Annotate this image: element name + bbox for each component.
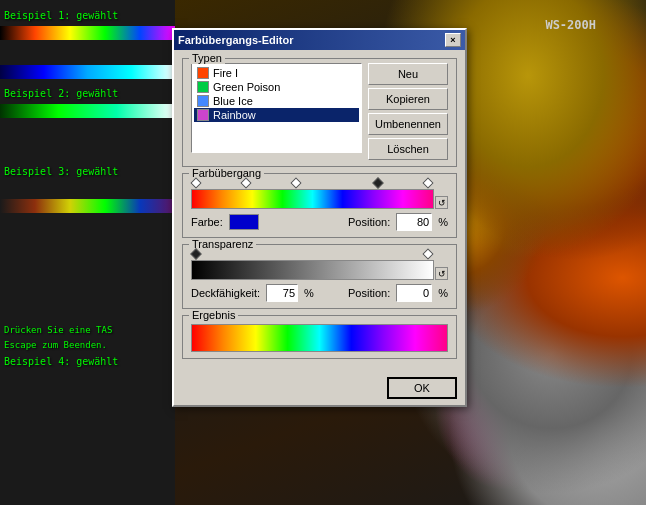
top-marker-4[interactable] [372, 177, 383, 188]
list-item-text-fire: Fire I [213, 67, 238, 79]
loeschen-button[interactable]: Löschen [368, 138, 448, 160]
types-buttons: Neu Kopieren Umbenennen Löschen [368, 63, 448, 160]
ws-label: WS-200H [545, 18, 596, 32]
dialog-window: Farbübergangs-Editor × Typen Fire I Gree… [172, 28, 467, 407]
example-row-1: Beispiel 1: gewählt [0, 5, 175, 43]
example-label-1: Beispiel 1: gewählt [4, 10, 118, 21]
trans-refresh-icon[interactable]: ↺ [435, 267, 448, 280]
example-label-3: Beispiel 3: gewählt [4, 166, 118, 177]
example-bar-4 [0, 199, 175, 213]
list-item-rainbow[interactable]: Rainbow [194, 108, 359, 122]
top-marker-2[interactable] [240, 177, 251, 188]
farbe-position-input[interactable] [396, 213, 432, 231]
list-item-text-blue: Blue Ice [213, 95, 253, 107]
example-bar-1 [0, 26, 175, 40]
ergebnis-bar [191, 324, 448, 352]
refresh-icon[interactable]: ↺ [435, 196, 448, 209]
list-item-text-rainbow: Rainbow [213, 109, 256, 121]
farbuebergang-group: Farbübergang ↺ Farbe: Position: [182, 173, 457, 238]
top-markers [191, 178, 448, 188]
deckfaehigkeit-label: Deckfähigkeit: [191, 287, 260, 299]
typen-label: Typen [189, 52, 225, 64]
example-row-4: Beispiel 4: gewählt [0, 178, 175, 216]
trans-position-label: Position: [348, 287, 390, 299]
trans-position-input[interactable] [396, 284, 432, 302]
example-label-2: Beispiel 2: gewählt [4, 88, 118, 99]
neu-button[interactable]: Neu [368, 63, 448, 85]
farbe-percent: % [438, 216, 448, 228]
trans-wrapper: ↺ [191, 260, 448, 280]
list-item-blue[interactable]: Blue Ice [194, 94, 359, 108]
dialog-title: Farbübergangs-Editor [178, 34, 294, 46]
close-button[interactable]: × [445, 33, 461, 47]
top-marker-5[interactable] [422, 177, 433, 188]
ergebnis-group: Ergebnis [182, 315, 457, 359]
trans-top-markers [191, 249, 448, 259]
farbe-row: Farbe: Position: % [191, 213, 448, 231]
list-item-color-blue [197, 95, 209, 107]
list-item-color-fire [197, 67, 209, 79]
dialog-footer: OK [174, 373, 465, 405]
ergebnis-label: Ergebnis [189, 309, 238, 321]
top-marker-1[interactable] [190, 177, 201, 188]
list-item-fire[interactable]: Fire I [194, 66, 359, 80]
farbe-swatch[interactable] [229, 214, 259, 230]
deckfaehigkeit-input[interactable] [266, 284, 298, 302]
gradient-bar[interactable] [191, 189, 434, 209]
trans-top-marker-1[interactable] [190, 248, 201, 259]
example-label-4: Beispiel 4: gewählt [4, 356, 118, 367]
typen-group: Typen Fire I Green Poison Blue Ice [182, 58, 457, 167]
top-marker-3[interactable] [290, 177, 301, 188]
trans-bar[interactable] [191, 260, 434, 280]
example-bar-3 [0, 104, 175, 118]
farbe-position-label: Position: [348, 216, 390, 228]
list-item-color-green [197, 81, 209, 93]
example-row-2: Beispiel 2: gewählt [0, 44, 175, 82]
ok-button[interactable]: OK [387, 377, 457, 399]
gradient-wrapper: ↺ [191, 189, 448, 209]
farbe-label: Farbe: [191, 216, 223, 228]
types-list[interactable]: Fire I Green Poison Blue Ice Rainbow [191, 63, 362, 153]
trans-percent: % [438, 287, 448, 299]
dialog-content: Typen Fire I Green Poison Blue Ice [174, 50, 465, 373]
bg-text-escape: Escape zum Beenden. [4, 340, 107, 350]
bg-text-press: Drücken Sie eine TAS [4, 325, 112, 335]
left-panel: Beispiel 1: gewählt Beispiel 2: gewählt … [0, 0, 175, 505]
umbenennen-button[interactable]: Umbenennen [368, 113, 448, 135]
list-item-color-rainbow [197, 109, 209, 121]
title-bar: Farbübergangs-Editor × [174, 30, 465, 50]
list-item-text-green: Green Poison [213, 81, 280, 93]
trans-top-marker-2[interactable] [422, 248, 433, 259]
list-item-green[interactable]: Green Poison [194, 80, 359, 94]
types-section: Fire I Green Poison Blue Ice Rainbow [191, 63, 448, 160]
example-bar-2 [0, 65, 175, 79]
opacity-row: Deckfähigkeit: % Position: % [191, 284, 448, 302]
kopieren-button[interactable]: Kopieren [368, 88, 448, 110]
transparenz-group: Transparenz ↺ Deckfähigkeit: % Position:… [182, 244, 457, 309]
deck-percent: % [304, 287, 314, 299]
